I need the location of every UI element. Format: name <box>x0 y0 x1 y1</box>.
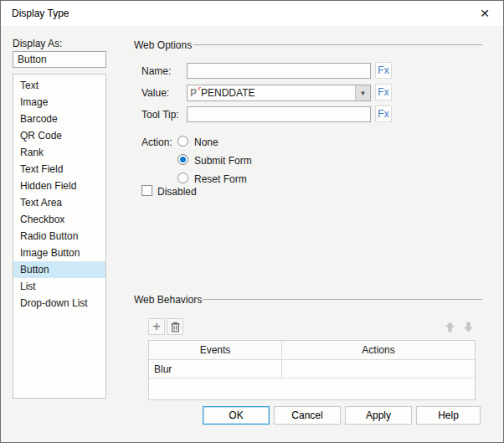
help-button[interactable]: Help <box>416 406 481 425</box>
action-label: Action: <box>141 137 172 148</box>
web-behaviors-divider <box>203 299 482 300</box>
add-icon: + <box>152 319 161 333</box>
list-item-drop-down-list[interactable]: Drop-down List <box>13 295 105 312</box>
event-cell[interactable]: Blur <box>149 360 282 378</box>
list-item-text-area[interactable]: Text Area <box>13 194 105 211</box>
tooltip-label: Tool Tip: <box>141 109 179 121</box>
web-options-divider <box>193 44 482 45</box>
list-item-rank[interactable]: Rank <box>13 144 105 161</box>
apply-button[interactable]: Apply <box>345 406 412 425</box>
behaviors-table: Events Actions Blur <box>148 340 476 400</box>
move-up-icon <box>444 321 456 333</box>
dialog-title: Display Type <box>12 8 69 19</box>
list-item-list[interactable]: List <box>13 278 105 295</box>
move-down-icon <box>462 321 475 333</box>
delete-icon <box>170 322 181 332</box>
display-type-dialog: Display Type ✕ Display As: Text Image Ba… <box>0 0 504 443</box>
web-options-title: Web Options <box>134 39 192 51</box>
move-down-button[interactable] <box>460 318 476 335</box>
web-behaviors-title: Web Behaviors <box>134 294 202 306</box>
list-item-checkbox[interactable]: Checkbox <box>13 211 105 228</box>
value-combo-text: P?PENDDATE <box>188 87 355 99</box>
value-formula-button[interactable]: Fx <box>375 84 392 100</box>
tooltip-input[interactable] <box>187 106 371 122</box>
name-label: Name: <box>141 65 171 77</box>
tooltip-formula-button[interactable]: Fx <box>375 106 392 122</box>
display-as-label: Display As: <box>13 38 62 49</box>
close-icon[interactable]: ✕ <box>475 5 495 22</box>
radio-submit-form-label: Submit Form <box>194 155 252 167</box>
list-item-hidden-field[interactable]: Hidden Field <box>13 178 105 194</box>
radio-submit-form[interactable] <box>177 154 188 165</box>
fx-icon: Fx <box>378 108 388 120</box>
table-row[interactable]: Blur <box>149 360 475 379</box>
name-formula-button[interactable]: Fx <box>375 62 392 79</box>
name-input[interactable] <box>187 63 371 79</box>
list-item-text[interactable]: Text <box>13 77 105 94</box>
parameter-icon: P? <box>190 87 197 99</box>
action-cell[interactable] <box>282 360 475 378</box>
actions-column-header[interactable]: Actions <box>282 341 475 359</box>
fx-icon: Fx <box>378 64 388 76</box>
list-item-button-selected[interactable]: Button <box>13 261 105 278</box>
radio-none[interactable] <box>177 136 188 147</box>
list-item-text-field[interactable]: Text Field <box>13 161 105 178</box>
titlebar: Display Type ✕ <box>1 1 503 26</box>
chevron-down-icon[interactable]: ▼ <box>355 85 370 100</box>
display-as-listbox: Text Image Barcode QR Code Rank Text Fie… <box>13 74 106 399</box>
table-header-row: Events Actions <box>149 341 475 360</box>
move-up-button[interactable] <box>441 318 458 335</box>
list-item-image-button[interactable]: Image Button <box>13 245 105 261</box>
value-combobox[interactable]: P?PENDDATE ▼ <box>187 85 371 101</box>
fx-icon: Fx <box>378 86 388 98</box>
list-item-qr-code[interactable]: QR Code <box>13 127 105 144</box>
cancel-button[interactable]: Cancel <box>274 406 341 425</box>
radio-reset-form[interactable] <box>177 173 188 183</box>
radio-reset-form-label: Reset Form <box>194 173 247 185</box>
add-behavior-button[interactable]: + <box>148 318 165 335</box>
disabled-checkbox-label: Disabled <box>157 186 197 198</box>
disabled-checkbox[interactable] <box>141 185 152 196</box>
list-item-radio-button[interactable]: Radio Button <box>13 228 105 245</box>
events-column-header[interactable]: Events <box>149 341 282 359</box>
delete-behavior-button[interactable] <box>167 318 183 335</box>
display-as-input[interactable] <box>13 51 106 68</box>
ok-button[interactable]: OK <box>203 406 270 425</box>
value-label: Value: <box>141 87 169 99</box>
radio-none-label: None <box>194 137 219 148</box>
list-item-image[interactable]: Image <box>13 94 105 111</box>
list-item-barcode[interactable]: Barcode <box>13 111 105 127</box>
